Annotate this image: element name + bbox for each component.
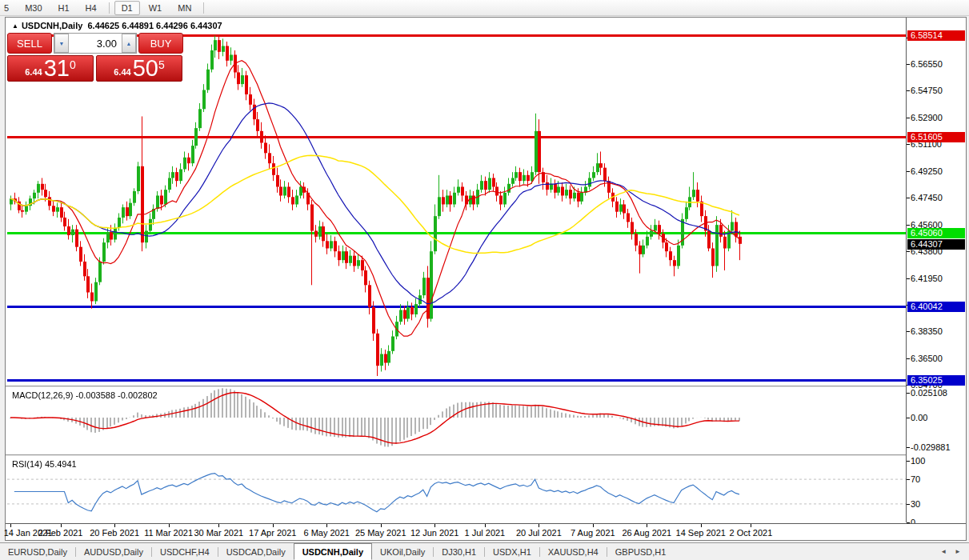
price-tick: 6.41950 <box>911 274 943 283</box>
date-label: 12 Jun 2021 <box>410 528 459 538</box>
toolbar-separator <box>203 2 204 14</box>
price-tick: 6.49250 <box>911 166 943 176</box>
rsi-tick: 100 <box>911 456 925 466</box>
buy-price-pip: 5 <box>158 59 165 70</box>
symbol-arrow-icon: ▲ <box>12 22 18 30</box>
timeframe-button-mn[interactable]: MN <box>170 1 198 15</box>
chart-tab-gbpusd[interactable]: GBPUSD,H1 <box>607 543 675 560</box>
date-label: 1 Jul 2021 <box>464 528 505 538</box>
date-label: 25 May 2021 <box>355 528 406 538</box>
sell-button[interactable]: SELL <box>7 33 52 54</box>
date-tickmark <box>218 524 219 527</box>
axis-tickmark <box>907 118 910 118</box>
chart-tab-eurusd[interactable]: EURUSD,Daily <box>0 543 75 560</box>
level-price-badge: 6.35025 <box>907 375 965 386</box>
date-label: 20 Feb 2021 <box>90 528 139 538</box>
one-click-trading-panel: SELL ▼ ▲ BUY 6.44 31 0 6.44 50 5 <box>7 33 183 82</box>
buy-price-box[interactable]: 6.44 50 5 <box>96 55 182 82</box>
date-tickmark <box>593 524 594 527</box>
axis-tickmark <box>907 479 910 480</box>
price-tick: 6.47450 <box>911 193 943 202</box>
rsi-canvas[interactable] <box>7 456 906 522</box>
date-tickmark <box>114 524 115 527</box>
macd-tick: -0.029881 <box>911 442 951 452</box>
chart-window: ▲USDCNH,Daily 6.44625 6.44891 6.44296 6.… <box>5 17 967 541</box>
date-tickmark <box>647 524 647 527</box>
date-tickmark <box>326 524 327 527</box>
axis-tickmark <box>907 461 910 462</box>
date-tickmark <box>701 524 702 527</box>
date-tickmark <box>273 524 274 527</box>
date-tickmark <box>169 524 170 527</box>
axis-tickmark <box>907 171 910 172</box>
price-tick: 6.38350 <box>911 326 943 336</box>
current-price-badge: 6.44307 <box>907 239 965 250</box>
date-label: 20 Jul 2021 <box>516 528 562 538</box>
rsi-tick: 70 <box>911 474 920 484</box>
price-tick: 6.54750 <box>911 86 943 95</box>
timeframe-button-5[interactable]: 5 <box>0 1 16 15</box>
date-label: 30 Mar 2021 <box>194 528 243 538</box>
panel-splitter[interactable] <box>6 386 966 387</box>
tabs-scroll-left-icon[interactable]: ◄ <box>940 548 947 555</box>
timeframe-toolbar: 5M30H1H4D1W1MN <box>0 0 969 16</box>
sell-price-prefix: 6.44 <box>25 67 42 77</box>
sell-price-main: 31 <box>44 57 70 80</box>
axis-tickmark <box>907 225 910 226</box>
date-tickmark <box>539 524 539 527</box>
rsi-tick: 30 <box>911 499 920 509</box>
date-label: 17 Apr 2021 <box>249 528 296 538</box>
chart-tab-bar: EURUSD,DailyAUDUSD,DailyUSDCHF,H4USDCAD,… <box>0 542 969 560</box>
price-axis[interactable]: 6.583506.565506.547506.529006.511006.492… <box>906 18 966 522</box>
axis-tickmark <box>907 198 910 198</box>
buy-price-main: 50 <box>133 57 158 80</box>
date-label: 14 Sep 2021 <box>676 528 726 538</box>
date-label: 6 May 2021 <box>303 528 349 538</box>
sell-price-pip: 0 <box>70 59 76 70</box>
axis-tickmark <box>907 358 910 359</box>
chart-tab-dj30[interactable]: DJ30,H1 <box>434 543 484 560</box>
date-tickmark <box>434 524 435 527</box>
axis-tickmark <box>907 64 910 65</box>
chart-tab-xauusd[interactable]: XAUUSD,H4 <box>540 543 607 560</box>
chart-title: ▲USDCNH,Daily 6.44625 6.44891 6.44296 6.… <box>12 21 222 30</box>
date-label: 26 Aug 2021 <box>622 528 671 538</box>
buy-price-prefix: 6.44 <box>114 67 130 77</box>
chart-tab-usdcad[interactable]: USDCAD,Daily <box>218 543 294 560</box>
tabs-scroll-right-icon[interactable]: ► <box>955 548 961 555</box>
rsi-label: RSI(14) 45.4941 <box>12 459 77 469</box>
time-axis[interactable]: 14 Jan 20212 Feb 202120 Feb 202111 Mar 2… <box>6 523 966 540</box>
volume-increase-icon[interactable]: ▲ <box>122 34 136 53</box>
axis-tickmark <box>907 90 910 91</box>
volume-input[interactable] <box>69 34 122 53</box>
date-label: 7 Aug 2021 <box>571 528 615 538</box>
axis-tickmark <box>907 447 910 448</box>
sell-price-box[interactable]: 6.44 31 0 <box>7 55 94 82</box>
buy-button[interactable]: BUY <box>138 33 183 54</box>
chart-tab-audusd[interactable]: AUDUSD,Daily <box>76 543 151 560</box>
level-price-badge: 6.58514 <box>907 30 965 41</box>
toolbar-separator <box>109 2 110 14</box>
volume-decrease-icon[interactable]: ▼ <box>54 34 69 53</box>
macd-tick: 0.025108 <box>911 388 947 398</box>
chart-tab-usdx[interactable]: USDX,H1 <box>485 543 539 560</box>
level-price-badge: 6.45060 <box>907 228 965 238</box>
axis-tickmark <box>907 418 910 418</box>
panel-splitter[interactable] <box>6 454 966 456</box>
date-label: 2 Oct 2021 <box>730 528 773 538</box>
macd-label: MACD(12,26,9) -0.003588 -0.002802 <box>12 390 158 400</box>
timeframe-button-d1[interactable]: D1 <box>114 1 140 15</box>
chart-tab-ukoil[interactable]: UKOil,Daily <box>372 543 433 560</box>
chart-tab-usdcnh[interactable]: USDCNH,Daily <box>294 543 372 560</box>
symbol-name: USDCNH,Daily <box>22 21 82 30</box>
date-label: 11 Mar 2021 <box>144 528 193 538</box>
level-price-badge: 6.51605 <box>907 132 965 142</box>
plot-area: ▲USDCNH,Daily 6.44625 6.44891 6.44296 6.… <box>6 18 966 540</box>
date-tickmark <box>381 524 382 527</box>
timeframe-button-m30[interactable]: M30 <box>18 1 49 15</box>
chart-tab-usdchf[interactable]: USDCHF,H4 <box>152 543 218 560</box>
timeframe-button-h4[interactable]: H4 <box>78 1 104 15</box>
timeframe-button-h1[interactable]: H1 <box>51 1 77 15</box>
timeframe-button-w1[interactable]: W1 <box>142 1 170 15</box>
price-tick: 6.36500 <box>911 354 943 363</box>
